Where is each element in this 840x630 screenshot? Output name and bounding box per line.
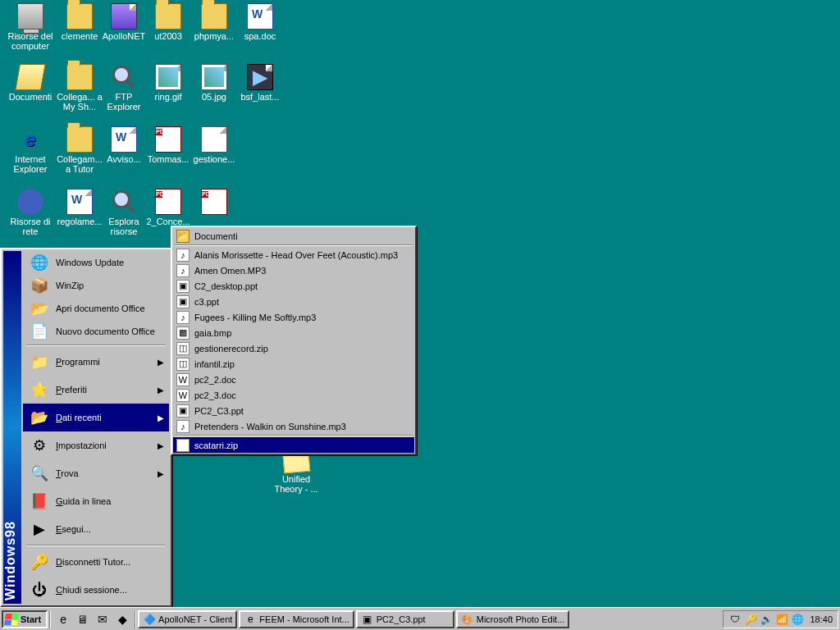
menu-item-label: Trova [56,468,158,478]
start-menu-item[interactable]: 📁Programmi▶ [23,348,169,376]
icon-label: Collega... a My Sh... [56,92,103,112]
doc-icon [201,126,227,153]
menu-item-icon: ⭐ [28,378,51,401]
desktop-icon[interactable]: Documenti [7,64,54,102]
submenu-item-label: gaia.bmp [194,328,231,338]
ie-icon: e [17,126,43,153]
folder-icon [66,3,93,30]
recent-documents-submenu: 📂Documenti♪Alanis Morissette - Head Over… [171,226,417,455]
taskbar: Start e🖥✉◆ 🔷ApolloNET - ClienteFEEM - Mi… [0,607,840,630]
icon-label: Tommas... [148,154,189,164]
start-menu-item[interactable]: 🔍Trova▶ [23,459,169,487]
tray-icon[interactable]: 🔑 [744,613,757,626]
desktop-icon[interactable]: Collega... a My Sh... [56,64,103,112]
taskbar-task[interactable]: ▣PC2_C3.ppt [356,610,454,628]
desktop-icon[interactable]: Tommas... [144,126,192,164]
desktop-icon[interactable]: ApolloNET [100,3,148,41]
desktop-icon[interactable]: spa.doc [236,3,284,41]
desktop-icon[interactable]: regolame... [56,189,103,226]
submenu-item[interactable]: Wpc2_2.doc [173,372,414,387]
menu-item-icon: 📄 [28,320,51,343]
submenu-item[interactable]: ◫scatarri.zip [173,437,414,453]
desktop-icon[interactable]: Risorse di rete [7,189,54,236]
img-icon [201,64,227,90]
doc-icon: W [176,389,189,402]
submenu-item-label: C2_desktop.ppt [194,281,258,291]
desktop-icon[interactable]: eInternet Explorer [7,126,54,174]
quick-launch-ie[interactable]: e [54,610,72,628]
start-menu-item[interactable]: ▶Esegui... [23,515,169,543]
quick-launch-outlook[interactable]: ✉ [94,610,112,628]
taskbar-task[interactable]: 🎨Microsoft Photo Edit... [456,610,570,628]
desktop-icon[interactable]: ut2003 [144,3,192,41]
folder-icon [201,3,227,30]
menu-item-label: Chiudi sessione... [56,585,164,595]
desktop-icon[interactable]: gestione... [190,126,238,164]
submenu-item[interactable]: ♪Pretenders - Walkin on Sunshine.mp3 [173,418,414,434]
taskbar-task[interactable]: 🔷ApolloNET - Client [138,610,237,628]
menu-item-label: Dati recenti [56,413,158,422]
submenu-item[interactable]: ♪Amen Omen.MP3 [173,262,414,278]
submenu-item[interactable]: ▣PC2_C3.ppt [173,403,414,418]
desktop-icon[interactable]: phpmya... [190,3,238,41]
submenu-item[interactable]: ♪Alanis Morissette - Head Over Feet (Aco… [173,247,414,262]
taskbar-task[interactable]: eFEEM - Microsoft Int... [239,610,354,628]
computer-icon [17,3,43,30]
desktop-icon[interactable]: ring.gif [144,64,192,102]
desktop-icon[interactable]: 05.jpg [190,64,238,102]
icon-label: spa.doc [244,31,276,41]
tray-icon[interactable]: 🔊 [760,613,773,626]
quick-launch-app[interactable]: ◆ [113,610,131,628]
tray-icon[interactable]: 🛡 [728,613,742,626]
snd-icon: ♪ [176,420,189,433]
menu-item-icon: 📕 [28,490,51,513]
submenu-item-label: pc2_3.doc [194,390,236,400]
desktop-icon[interactable]: bsf_last... [236,64,284,102]
zip-icon: ◫ [176,342,189,355]
desktop-icon[interactable] [190,189,238,217]
submenu-item-label: scatarri.zip [194,441,238,450]
desktop-icon[interactable]: Esplora risorse [100,189,148,236]
start-menu-item[interactable]: ⏻Chiudi sessione... [23,576,169,604]
submenu-item[interactable]: 📂Documenti [173,228,414,244]
submenu-item[interactable]: ◫gestionerecord.zip [173,340,414,356]
quick-launch-desktop[interactable]: 🖥 [74,610,92,628]
start-menu-item[interactable]: 🌐Windows Update [23,251,169,274]
start-button[interactable]: Start [2,610,48,628]
desktop-icon[interactable]: 2_Conce... [144,189,192,226]
tray-icon[interactable]: 📶 [775,613,788,626]
menu-item-label: Preferiti [56,385,158,395]
app-icon [111,3,137,30]
menu-item-label: Windows Update [56,258,164,267]
submenu-item-label: Alanis Morissette - Head Over Feet (Acou… [194,250,398,260]
start-menu: Windows98 🌐Windows Update📦WinZip📂Apri do… [0,248,172,607]
icon-label: phpmya... [194,31,234,41]
menu-separator [26,545,166,546]
submenu-item[interactable]: ◫infantil.zip [173,356,414,372]
menu-item-icon: 📁 [28,350,51,373]
task-label: FEEM - Microsoft Int... [259,614,349,624]
desktop-icon[interactable]: Avviso... [100,126,148,164]
start-menu-item[interactable]: ⚙Impostazioni▶ [23,431,169,459]
submenu-item[interactable]: ▩gaia.bmp [173,325,414,340]
desktop-icon[interactable]: Collegam... a Tutor [56,126,103,174]
start-menu-item[interactable]: 📂Dati recenti▶ [23,404,169,431]
submenu-item[interactable]: ♪Fugees - Killing Me Softly.mp3 [173,309,414,325]
mag-icon [111,189,137,215]
start-menu-item[interactable]: 📄Nuovo documento Office [23,320,169,343]
menu-item-icon: 📦 [28,274,51,297]
start-menu-item[interactable]: 📦WinZip [23,274,169,297]
submenu-item[interactable]: ▣c3.ppt [173,294,414,309]
start-menu-item[interactable]: 🔑Disconnetti Tutor... [23,548,169,576]
tray-icon[interactable]: 🌐 [791,613,804,626]
submenu-item-label: Pretenders - Walkin on Sunshine.mp3 [194,422,346,431]
desktop-icon[interactable]: clemente [56,3,103,41]
desktop-icon[interactable]: Risorse del computer [7,3,54,51]
start-menu-item[interactable]: ⭐Preferiti▶ [23,376,169,404]
desktop-icon[interactable]: FTP Explorer [100,64,148,112]
submenu-item[interactable]: ▣C2_desktop.ppt [173,278,414,294]
system-tray[interactable]: 🛡🔑🔊📶🌐18:40 [723,610,838,628]
start-menu-item[interactable]: 📕Guida in linea [23,487,169,515]
start-menu-item[interactable]: 📂Apri documento Office [23,297,169,320]
submenu-item[interactable]: Wpc2_3.doc [173,387,414,403]
